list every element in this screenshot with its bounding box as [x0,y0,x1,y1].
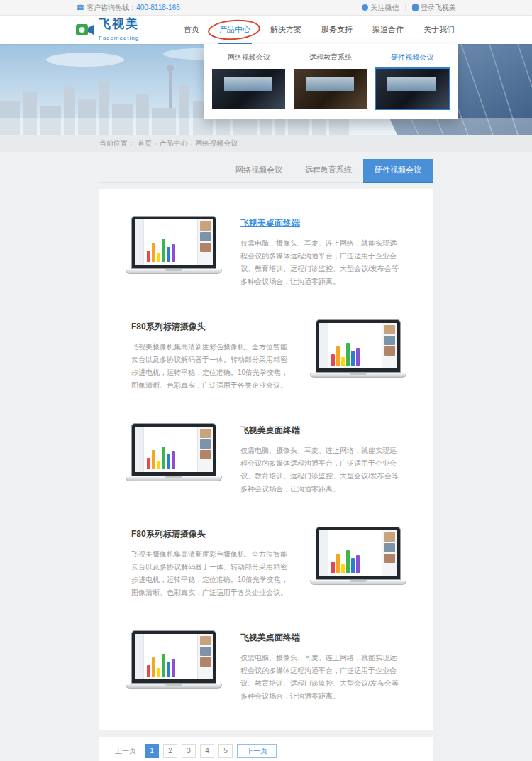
breadcrumb-current: 网络视频会议 [195,138,238,148]
product-image-laptop[interactable] [131,420,216,481]
topbar-divider: | [404,4,406,11]
product-description: 飞视美摄像机集高清新度彩色摄像机、全方位智能云台以及多协议解码器于一体。转动部分… [131,548,292,599]
product-description: 仅需电脑、摄像头、耳麦、连上网络，就能实现远程会议的多媒体远程沟通平台，广泛适用… [240,237,401,288]
product-title-link[interactable]: F80系列标清摄像头 [131,321,206,333]
product-description: 仅需电脑、摄像头、耳麦、连上网络，就能实现远程会议的多媒体远程沟通平台，广泛适用… [240,652,401,703]
pagination-page-3[interactable]: 3 [182,744,196,758]
topbar: ☎ 客户咨询热线：400-8118-166 关注微信 | 登录飞视美 [0,0,532,16]
login-link[interactable]: 登录飞视美 [412,3,456,13]
nav-item-solutions[interactable]: 解决方案 [269,16,303,44]
logo[interactable]: 飞视美 Facemeeting [76,18,139,43]
tab-remote-education[interactable]: 远程教育系统 [294,159,363,183]
logo-subtitle: Facemeeting [99,35,139,41]
hotline: ☎ 客户咨询热线：400-8118-166 [76,3,180,13]
logo-title: 飞视美 [99,17,139,31]
hotline-number: 400-8118-166 [136,4,180,11]
login-label: 登录飞视美 [421,4,456,11]
megamenu-item-remote-education[interactable]: 远程教育系统 [294,53,367,109]
breadcrumb-products[interactable]: 产品中心 [160,138,188,148]
pagination-page-2[interactable]: 2 [163,744,177,758]
nav-item-partners[interactable]: 渠道合作 [371,16,405,44]
nav-item-support[interactable]: 服务支持 [320,16,354,44]
tab-network-video[interactable]: 网络视频会议 [224,159,294,183]
product-title-link[interactable]: 飞视美桌面终端 [240,425,300,437]
breadcrumb-home[interactable]: 首页 [138,138,152,148]
category-tabs: 网络视频会议 远程教育系统 硬件视频会议 [99,159,433,183]
nav-item-products[interactable]: 产品中心 [218,16,252,44]
nav-item-products-label: 产品中心 [219,24,250,35]
pagination: 上一页 1 2 3 4 5 下一页 [99,737,433,761]
product-image-laptop[interactable] [131,628,216,689]
megamenu-thumbnail-meeting-room [212,69,285,109]
product-list: 飞视美桌面终端 仅需电脑、摄像头、耳麦、连上网络，就能实现远程会议的多媒体远程沟… [99,189,433,730]
breadcrumb-prefix: 当前位置： [99,138,135,148]
nav-item-home[interactable]: 首页 [182,16,201,44]
megamenu-item-hardware-video[interactable]: 硬件视频会议 [376,53,449,109]
product-row: 飞视美桌面终端 仅需电脑、摄像头、耳麦、连上网络，就能实现远程会议的多媒体远程沟… [131,613,401,717]
user-icon [412,4,419,11]
main-nav: 首页 产品中心 解决方案 服务支持 渠道合作 关于我们 [182,16,456,44]
product-title-link[interactable]: F80系列标清摄像头 [131,528,206,540]
pagination-page-1[interactable]: 1 [145,744,159,758]
product-image-laptop[interactable] [131,213,216,274]
megamenu-thumbnail-classroom [294,69,367,109]
wechat-icon [362,4,368,11]
megamenu-thumbnail-conference [376,69,449,109]
megamenu-label: 网络视频会议 [212,53,285,62]
hotline-label: 客户咨询热线： [87,4,136,11]
header: 飞视美 Facemeeting 首页 产品中心 解决方案 服务支持 渠道合作 关… [0,16,532,44]
product-row: 飞视美桌面终端 仅需电脑、摄像头、耳麦、连上网络，就能实现远程会议的多媒体远程沟… [131,199,401,302]
product-description: 仅需电脑、摄像头、耳麦、连上网络，就能实现远程会议的多媒体远程沟通平台，广泛适用… [240,444,401,496]
product-row: F80系列标清摄像头 飞视美摄像机集高清新度彩色摄像机、全方位智能云台以及多协议… [131,302,401,406]
product-image-laptop[interactable] [316,317,401,378]
product-description: 飞视美摄像机集高清新度彩色摄像机、全方位智能云台以及多协议解码器于一体。转动部分… [131,341,292,392]
pagination-next[interactable]: 下一页 [237,744,277,758]
breadcrumb-separator: › [191,141,193,147]
product-row: F80系列标清摄像头 飞视美摄像机集高清新度彩色摄像机、全方位智能云台以及多协议… [131,510,401,613]
pagination-prev[interactable]: 上一页 [111,746,140,756]
breadcrumb-bar: 当前位置： 首页 › 产品中心 › 网络视频会议 [0,135,532,152]
product-title-link[interactable]: 飞视美桌面终端 [240,632,300,644]
breadcrumb-separator: › [155,141,157,147]
breadcrumb: 当前位置： 首页 › 产品中心 › 网络视频会议 [99,135,433,152]
product-image-laptop[interactable] [316,524,401,585]
megamenu-item-network-video[interactable]: 网络视频会议 [212,53,285,109]
product-title-link[interactable]: 飞视美桌面终端 [240,217,300,229]
phone-icon: ☎ [76,4,84,11]
logo-icon [76,22,94,38]
megamenu-label: 远程教育系统 [294,53,367,62]
wechat-label: 关注微信 [370,4,399,11]
wechat-link[interactable]: 关注微信 [362,3,399,13]
pagination-page-5[interactable]: 5 [218,744,233,758]
tab-hardware-video[interactable]: 硬件视频会议 [363,159,433,183]
pagination-page-4[interactable]: 4 [200,744,214,758]
nav-item-about[interactable]: 关于我们 [422,16,456,44]
products-dropdown-menu: 网络视频会议 远程教育系统 硬件视频会议 [204,44,458,119]
product-row: 飞视美桌面终端 仅需电脑、摄像头、耳麦、连上网络，就能实现远程会议的多媒体远程沟… [131,406,401,510]
megamenu-label: 硬件视频会议 [376,53,449,62]
